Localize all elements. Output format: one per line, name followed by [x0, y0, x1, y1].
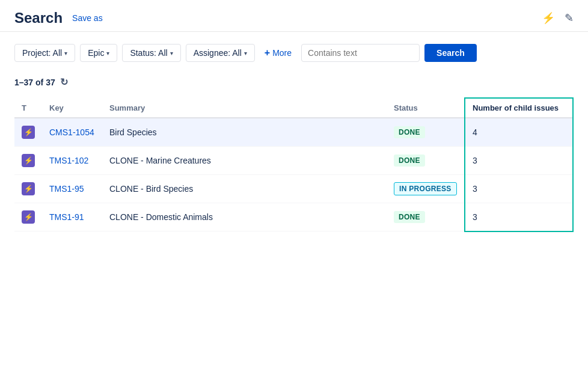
refresh-icon[interactable]: ↻	[60, 76, 68, 88]
cell-type: ⚡	[14, 118, 42, 147]
status-badge: DONE	[394, 155, 425, 167]
issue-type-icon: ⚡	[22, 210, 35, 224]
results-range: 1–37 of 37	[14, 78, 55, 87]
table-row: ⚡TMS1-91CLONE - Domestic AnimalsDONE3	[14, 203, 573, 231]
issues-table: T Key Summary Status Number of child iss…	[14, 97, 574, 232]
project-filter-button[interactable]: Project: All ▾	[14, 44, 75, 62]
cell-summary: CLONE - Domestic Animals	[102, 203, 387, 231]
project-filter-label: Project: All	[22, 48, 62, 58]
issue-key-link[interactable]: TMS1-102	[49, 156, 88, 165]
cell-key[interactable]: TMS1-95	[42, 175, 102, 203]
cell-status: DONE	[387, 147, 465, 175]
epic-filter-button[interactable]: Epic ▾	[80, 44, 117, 62]
cell-type: ⚡	[14, 147, 42, 175]
more-label: More	[272, 48, 292, 58]
page-title: Search	[14, 10, 63, 26]
cell-summary: Bird Species	[102, 118, 387, 147]
assignee-filter-button[interactable]: Assignee: All ▾	[186, 44, 255, 62]
contains-text-input[interactable]	[308, 48, 413, 58]
col-header-key: Key	[42, 98, 102, 118]
lightning-icon: ⚡	[542, 11, 555, 25]
filter-toolbar: Project: All ▾ Epic ▾ Status: All ▾ Assi…	[0, 32, 588, 74]
status-filter-button[interactable]: Status: All ▾	[122, 44, 180, 62]
cell-type: ⚡	[14, 203, 42, 231]
cell-key[interactable]: TMS1-102	[42, 147, 102, 175]
cell-status: DONE	[387, 118, 465, 147]
col-header-type: T	[14, 98, 42, 118]
issue-type-icon: ⚡	[22, 182, 35, 195]
cell-status: IN PROGRESS	[387, 175, 465, 203]
cell-type: ⚡	[14, 175, 42, 203]
col-header-summary: Summary	[102, 98, 387, 118]
edit-icon-button[interactable]: ✎	[565, 11, 574, 25]
cell-child-count: 3	[465, 203, 573, 231]
status-filter-label: Status: All	[130, 48, 167, 58]
issue-key-link[interactable]: CMS1-1054	[49, 127, 94, 137]
results-count-row: 1–37 of 37 ↻	[0, 74, 588, 97]
cell-summary: CLONE - Marine Creatures	[102, 147, 387, 175]
table-row: ⚡CMS1-1054Bird SpeciesDONE4	[14, 118, 573, 147]
table-row: ⚡TMS1-95CLONE - Bird SpeciesIN PROGRESS3	[14, 175, 573, 203]
header-actions: ⚡ ✎	[542, 11, 574, 25]
assignee-filter-label: Assignee: All	[194, 48, 242, 58]
save-as-button[interactable]: Save as	[72, 13, 103, 23]
project-chevron-icon: ▾	[64, 50, 67, 57]
cell-key[interactable]: CMS1-1054	[42, 118, 102, 147]
edit-icon: ✎	[565, 11, 574, 25]
assignee-chevron-icon: ▾	[244, 50, 247, 57]
lightning-icon-button[interactable]: ⚡	[542, 11, 555, 25]
issue-key-link[interactable]: TMS1-91	[49, 212, 84, 222]
issue-type-icon: ⚡	[22, 126, 35, 139]
cell-summary: CLONE - Bird Species	[102, 175, 387, 203]
table-header-row: T Key Summary Status Number of child iss…	[14, 98, 573, 118]
cell-child-count: 3	[465, 147, 573, 175]
status-badge: DONE	[394, 211, 425, 223]
status-badge: IN PROGRESS	[394, 182, 457, 195]
issue-type-icon: ⚡	[22, 154, 35, 167]
table-row: ⚡TMS1-102CLONE - Marine CreaturesDONE3	[14, 147, 573, 175]
issue-key-link[interactable]: TMS1-95	[49, 184, 84, 194]
col-header-child-issues: Number of child issues	[465, 98, 573, 118]
plus-icon: +	[265, 47, 270, 58]
status-chevron-icon: ▾	[170, 50, 173, 57]
issues-table-wrap: T Key Summary Status Number of child iss…	[0, 97, 588, 232]
status-badge: DONE	[394, 126, 425, 138]
cell-child-count: 3	[465, 175, 573, 203]
page-header: Search Save as ⚡ ✎	[0, 0, 588, 32]
text-search-field[interactable]	[301, 44, 420, 62]
cell-child-count: 4	[465, 118, 573, 147]
col-header-status: Status	[387, 98, 465, 118]
epic-chevron-icon: ▾	[106, 50, 109, 57]
cell-key[interactable]: TMS1-91	[42, 203, 102, 231]
epic-filter-label: Epic	[88, 48, 104, 58]
more-button[interactable]: + More	[260, 44, 296, 62]
search-button[interactable]: Search	[424, 44, 477, 62]
cell-status: DONE	[387, 203, 465, 231]
